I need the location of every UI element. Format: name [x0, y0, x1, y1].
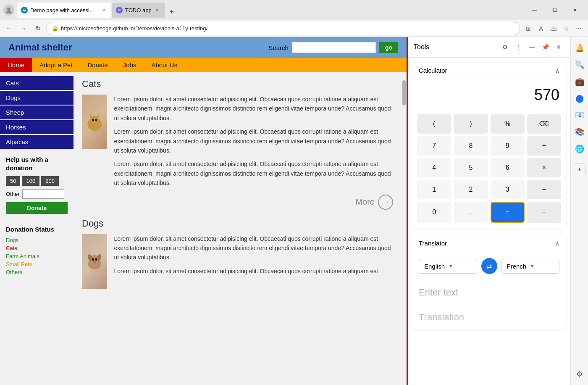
cat-image	[82, 95, 107, 149]
calc-btn-decimal[interactable]: .	[454, 202, 488, 223]
calc-btn-6[interactable]: 6	[491, 158, 525, 177]
calc-btn-9[interactable]: 9	[491, 136, 525, 156]
source-language-select[interactable]: English ▼	[419, 259, 477, 274]
forward-button[interactable]: →	[18, 23, 29, 34]
tools-body: Calculator ∧ 570 ( ) % ⌫ 7 8 9 ÷ 4 5	[408, 58, 570, 385]
tab-close-demo[interactable]: ✕	[100, 7, 107, 13]
address-bar[interactable]: 🔒 https://microsoftedge.github.io/Demos/…	[46, 22, 520, 35]
amount-50-button[interactable]: 50	[6, 176, 20, 186]
calc-btn-3[interactable]: 3	[491, 180, 525, 199]
read-aloud-icon[interactable]: A	[535, 23, 547, 34]
status-item-others[interactable]: Others	[6, 268, 68, 276]
dogs-para-1: Lorem ipsum dolor, sit amet consectetur …	[114, 234, 393, 262]
svg-point-7	[92, 119, 94, 121]
main-area: Animal shelter Search go Home Adopt a Pe…	[0, 37, 588, 385]
other-label: Other	[6, 191, 20, 197]
status-item-small-pets[interactable]: Small Pets	[6, 260, 68, 268]
profile-icon[interactable]	[3, 5, 14, 16]
collections-sidebar-icon[interactable]: 📚	[572, 124, 587, 140]
tools-filter-icon[interactable]: ⚙	[499, 41, 511, 53]
status-item-farm[interactable]: Farm Animals	[6, 252, 68, 260]
calc-btn-1[interactable]: 1	[417, 180, 451, 199]
nav-item-home[interactable]: Home	[0, 58, 32, 72]
calc-display: 570	[412, 79, 566, 111]
calc-btn-plus[interactable]: +	[527, 202, 561, 223]
status-item-dogs[interactable]: Dogs	[6, 236, 68, 244]
translator-input-placeholder[interactable]: Enter text	[419, 287, 559, 298]
calc-btn-0[interactable]: 0	[417, 202, 451, 223]
swap-languages-button[interactable]: ⇄	[481, 258, 497, 274]
close-button[interactable]: ✕	[565, 3, 585, 17]
donation-status: Donation Status Dogs Cats Farm Animals S…	[0, 220, 74, 282]
calc-btn-open-paren[interactable]: (	[417, 114, 451, 134]
scrollbar[interactable]	[402, 72, 407, 385]
calc-btn-4[interactable]: 4	[417, 158, 451, 177]
nav-item-about[interactable]: About Us	[144, 58, 185, 72]
calc-btn-percent[interactable]: %	[491, 114, 525, 134]
sidebar-item-sheep[interactable]: Sheep	[0, 105, 74, 119]
search-sidebar-icon[interactable]: 🔍	[572, 57, 587, 72]
calc-btn-multiply[interactable]: ×	[527, 158, 561, 177]
tab-favicon-edge	[21, 7, 28, 13]
search-button[interactable]: go	[379, 42, 398, 53]
translator-collapse-icon[interactable]: ∧	[555, 240, 559, 247]
calc-btn-equals[interactable]: =	[491, 202, 525, 223]
briefcase-icon[interactable]: 💼	[572, 74, 587, 89]
new-tab-button[interactable]: +	[166, 6, 178, 18]
calc-btn-2[interactable]: 2	[454, 180, 488, 199]
tools-actions: ⚙ ⋮ — 📌 ✕	[499, 41, 564, 53]
calc-value: 570	[534, 86, 559, 104]
calc-btn-close-paren[interactable]: )	[454, 114, 488, 134]
status-item-cats[interactable]: Cats	[6, 244, 68, 252]
search-input[interactable]	[292, 42, 376, 53]
more-icon[interactable]: ⋯	[573, 23, 585, 34]
settings-icon[interactable]: ⚙	[572, 367, 587, 382]
more-arrow-icon: →	[378, 195, 393, 210]
calc-btn-backspace[interactable]: ⌫	[527, 114, 561, 134]
more-link-cats[interactable]: More →	[82, 195, 393, 210]
sidebar-item-dogs[interactable]: Dogs	[0, 91, 74, 105]
tools-pin-icon[interactable]: 📌	[539, 41, 551, 53]
calc-header: Calculator ∧	[412, 62, 566, 79]
maximize-button[interactable]: ☐	[545, 3, 564, 17]
edge-browser-icon[interactable]: 🌐	[572, 141, 587, 156]
nav-item-adopt[interactable]: Adopt a Pet	[32, 58, 80, 72]
calc-btn-5[interactable]: 5	[454, 158, 488, 177]
add-tool-button[interactable]: +	[574, 163, 585, 175]
amount-100-button[interactable]: 100	[22, 176, 39, 186]
other-amount-input[interactable]	[22, 189, 64, 199]
immersive-reader-icon[interactable]: 📖	[548, 23, 559, 34]
bell-icon[interactable]: 🔔	[572, 40, 587, 55]
scroll-thumb[interactable]	[402, 80, 406, 105]
nav-item-jobs[interactable]: Jobs	[116, 58, 144, 72]
amount-200-button[interactable]: 200	[41, 176, 59, 186]
back-button[interactable]: ←	[3, 23, 15, 34]
circle-blue-icon[interactable]: ⬤	[572, 91, 587, 106]
collections-icon[interactable]: ⊞	[522, 23, 534, 34]
target-language-select[interactable]: French ▼	[501, 259, 560, 274]
sidebar-item-alpacas[interactable]: Alpacas	[0, 135, 74, 149]
svg-point-0	[7, 8, 10, 11]
reload-button[interactable]: ↻	[32, 23, 44, 34]
tab-close-todo[interactable]: ✕	[154, 7, 161, 13]
calc-btn-8[interactable]: 8	[454, 136, 488, 156]
nav-item-donate[interactable]: Donate	[80, 58, 115, 72]
sidebar-item-horses[interactable]: Horses	[0, 120, 74, 134]
calc-btn-divide[interactable]: ÷	[527, 136, 561, 156]
tab-todo[interactable]: TODO app ✕	[112, 3, 165, 18]
minimize-button[interactable]: —	[525, 3, 544, 17]
tab-demo[interactable]: Demo page with accessibility iss ✕	[17, 3, 111, 18]
calc-btn-7[interactable]: 7	[417, 136, 451, 156]
main-content: Cats	[74, 72, 402, 385]
donate-button[interactable]: Donate	[6, 202, 68, 214]
favorites-icon[interactable]: ☆	[560, 23, 572, 34]
sidebar-item-cats[interactable]: Cats	[0, 76, 74, 90]
tools-more-icon[interactable]: ⋮	[512, 41, 524, 53]
tools-close-icon[interactable]: ✕	[553, 41, 564, 53]
tools-minimize-icon[interactable]: —	[526, 41, 538, 53]
dogs-content-row: Lorem ipsum dolor, sit amet consectetur …	[82, 234, 393, 289]
svg-point-15	[95, 258, 97, 261]
outlook-icon[interactable]: 📧	[572, 108, 587, 123]
calc-btn-minus[interactable]: −	[527, 180, 561, 199]
calc-collapse-icon[interactable]: ∧	[555, 67, 559, 74]
